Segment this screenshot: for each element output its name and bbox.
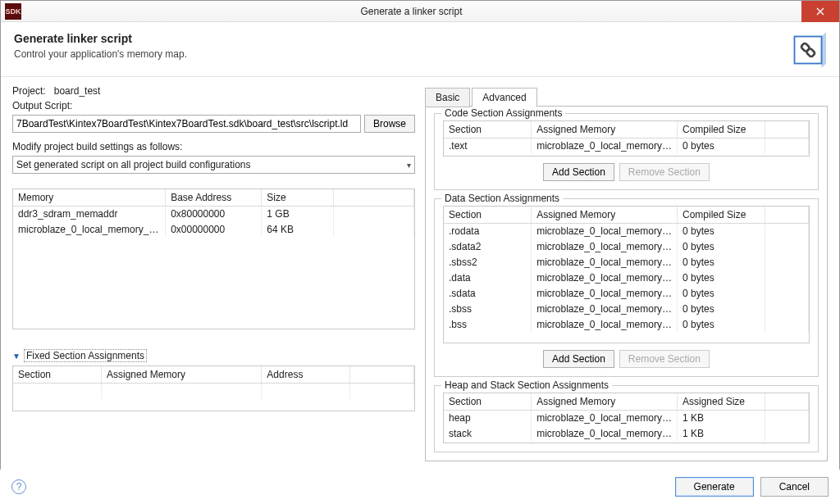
heap-stack-group: Heap and Stack Section Assignments Secti… <box>434 385 819 452</box>
help-button[interactable]: ? <box>11 479 26 494</box>
col-address[interactable]: Address <box>262 366 349 384</box>
footer: ? Generate Cancel <box>0 470 840 504</box>
col-assigned-size[interactable]: Assigned Size <box>677 393 765 411</box>
help-icon: ? <box>16 481 22 493</box>
memory-table[interactable]: Memory Base Address Size ddr3_sdram_mema… <box>13 189 414 238</box>
build-settings-value: Set generated script on all project buil… <box>16 159 251 170</box>
memory-table-wrap: Memory Base Address Size ddr3_sdram_mema… <box>12 188 415 329</box>
linker-icon <box>790 32 826 68</box>
close-button[interactable] <box>801 1 839 22</box>
add-code-section-button[interactable]: Add Section <box>543 163 614 181</box>
fixed-table-wrap: Section Assigned Memory Address <box>12 366 415 411</box>
tab-basic[interactable]: Basic <box>425 88 470 107</box>
project-value: board_test <box>54 85 101 97</box>
modify-label: Modify project build settings as follows… <box>12 141 415 152</box>
table-row[interactable]: .textmicroblaze_0_local_memory_ilm...0 b… <box>444 138 809 154</box>
project-label: Project: <box>12 85 46 97</box>
table-row[interactable]: .rodatamicroblaze_0_local_memory_ilm...0… <box>444 224 809 239</box>
col-size[interactable]: Size <box>262 189 334 207</box>
table-row[interactable]: .bssmicroblaze_0_local_memory_ilm...0 by… <box>444 317 809 333</box>
tab-advanced[interactable]: Advanced <box>472 88 536 107</box>
add-data-section-button[interactable]: Add Section <box>543 350 614 368</box>
data-legend: Data Section Assignments <box>441 193 563 204</box>
dialog-heading: Generate linker script <box>14 32 187 45</box>
main-content: Project: board_test Output Script: Brows… <box>1 77 839 476</box>
dialog-subtitle: Control your application's memory map. <box>14 48 187 60</box>
code-legend: Code Section Assignments <box>441 107 565 119</box>
table-row[interactable]: stackmicroblaze_0_local_memory_ilm...1 K… <box>444 426 809 442</box>
col-blank <box>334 189 414 207</box>
col-section[interactable]: Section <box>444 393 532 411</box>
cancel-button[interactable]: Cancel <box>760 477 829 497</box>
fixed-section-table[interactable]: Section Assigned Memory Address <box>13 366 414 399</box>
table-row[interactable]: heapmicroblaze_0_local_memory_ilm...1 KB <box>444 411 809 426</box>
data-section-group: Data Section Assignments Section Assigne… <box>434 198 819 377</box>
table-row <box>13 384 414 399</box>
col-section[interactable]: Section <box>13 366 101 384</box>
col-assigned-memory[interactable]: Assigned Memory <box>532 207 678 224</box>
generate-button[interactable]: Generate <box>675 477 754 497</box>
chevron-down-icon: ▾ <box>407 161 411 170</box>
tab-body-advanced: Code Section Assignments Section Assigne… <box>425 106 828 461</box>
col-assigned-memory[interactable]: Assigned Memory <box>101 366 261 384</box>
window-title: Generate a linker script <box>21 6 801 17</box>
col-assigned-memory[interactable]: Assigned Memory <box>532 121 678 138</box>
table-row[interactable]: ddr3_sdram_memaddr0x800000001 GB <box>13 207 414 222</box>
close-icon <box>816 7 824 16</box>
remove-code-section-button[interactable]: Remove Section <box>619 163 710 181</box>
data-section-table[interactable]: Section Assigned Memory Compiled Size .r… <box>444 207 809 333</box>
dialog-header: Generate linker script Control your appl… <box>1 22 839 77</box>
col-base[interactable]: Base Address <box>166 189 262 207</box>
output-label: Output Script: <box>12 100 415 111</box>
expand-arrow-icon: ▼ <box>12 352 21 361</box>
table-row[interactable]: .sdata2microblaze_0_local_memory_ilm...0… <box>444 239 809 255</box>
project-row: Project: board_test <box>12 85 415 97</box>
code-section-table[interactable]: Section Assigned Memory Compiled Size .t… <box>444 121 809 154</box>
heap-legend: Heap and Stack Section Assignments <box>441 379 612 391</box>
output-script-input[interactable] <box>12 115 361 133</box>
table-row[interactable]: .sbssmicroblaze_0_local_memory_ilm...0 b… <box>444 302 809 317</box>
fixed-section-expander[interactable]: ▼ Fixed Section Assignments <box>12 349 415 362</box>
tabs: Basic Advanced <box>425 87 828 107</box>
build-settings-select[interactable]: Set generated script on all project buil… <box>12 156 415 174</box>
browse-button[interactable]: Browse <box>364 115 415 133</box>
col-section[interactable]: Section <box>444 121 532 138</box>
col-compiled-size[interactable]: Compiled Size <box>677 121 765 138</box>
table-row[interactable]: microblaze_0_local_memory_ilmb...0x00000… <box>13 222 414 238</box>
remove-data-section-button[interactable]: Remove Section <box>619 350 710 368</box>
titlebar: SDK Generate a linker script <box>1 1 839 22</box>
col-memory[interactable]: Memory <box>13 189 166 207</box>
heap-stack-table[interactable]: Section Assigned Memory Assigned Size he… <box>444 393 809 442</box>
col-section[interactable]: Section <box>444 207 532 224</box>
code-section-group: Code Section Assignments Section Assigne… <box>434 113 819 190</box>
col-compiled-size[interactable]: Compiled Size <box>677 207 765 224</box>
fixed-section-label: Fixed Section Assignments <box>24 349 147 362</box>
table-row[interactable]: .sdatamicroblaze_0_local_memory_ilm...0 … <box>444 286 809 302</box>
col-assigned-memory[interactable]: Assigned Memory <box>532 393 678 411</box>
app-icon: SDK <box>5 3 21 20</box>
table-row[interactable]: .datamicroblaze_0_local_memory_ilm...0 b… <box>444 270 809 286</box>
table-row[interactable]: .sbss2microblaze_0_local_memory_ilm...0 … <box>444 255 809 270</box>
